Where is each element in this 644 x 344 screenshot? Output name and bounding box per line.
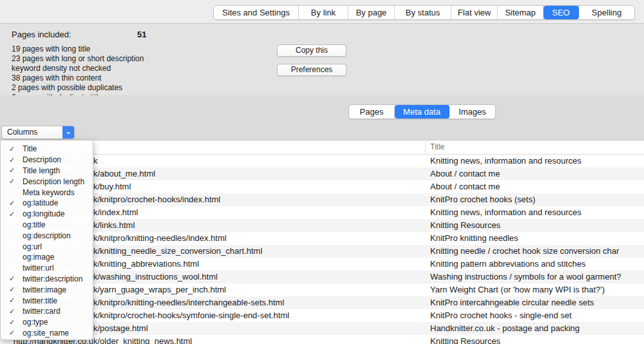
title-column-header[interactable]: Title [430,140,444,154]
columns-menu-item-label: twitter:title [23,296,57,305]
url-visible-part: k/buy.html [93,182,131,191]
title-cell: KnitPro intercahngeable circular needle … [430,296,644,309]
columns-menu-item[interactable]: ✓ og:latitude [1,198,93,209]
data-view-segment[interactable]: Images [450,105,495,119]
seo-summary-line: keyword density not checked [12,64,144,73]
columns-menu-item[interactable]: ✓ og:url [1,241,93,252]
table-rows: http://handknitter.co.uk Knitting news, … [0,155,644,344]
table-header-row: Title [0,140,644,155]
table-row[interactable]: http://handknitter.co.uk/knitting_abbrev… [0,258,644,271]
view-tab[interactable]: By link [299,6,348,19]
url-visible-part: k/index.html [93,207,138,217]
columns-popup-button[interactable]: Columns ⌄ [1,126,75,139]
url-visible-part: k/knitpro/crochet-hooks/symfonie-single-… [93,311,289,320]
columns-menu-item[interactable]: ✓ twitter:card [1,306,93,317]
table-row[interactable]: http://handknitter.co.uk/yarn_guage_wrap… [0,283,644,296]
title-cell: About / contact me [430,180,644,193]
columns-menu-item-label: og:longitude [23,209,64,218]
app-window: Sites and Settings By link By page By st… [0,0,644,344]
seo-summary-line: 23 pages with long or short description [12,54,144,64]
columns-menu-item[interactable]: ✓ Description [1,155,93,166]
table-row[interactable]: http://handknitter.co.uk/index.html Knit… [0,206,644,219]
table-row[interactable]: http://handknitter.co.uk/knitpro/crochet… [0,193,644,206]
columns-menu-item[interactable]: ✓ Title [1,144,93,155]
table-row[interactable]: http://handknitter.co.uk/washing_instruc… [0,271,644,283]
table-row[interactable]: http://handknitter.co.uk/postage.html Ha… [0,322,644,335]
copy-this-button[interactable]: Copy this [277,44,346,57]
view-tab[interactable]: SEO [544,6,579,19]
view-tab[interactable]: Sites and Settings [214,6,299,19]
title-cell: Knitting Resources [430,335,644,344]
table-row[interactable]: http://handknitter.co.uk/knitpro/knittin… [0,296,644,309]
url-visible-part: k/older_knitting_news.html [93,336,192,344]
columns-menu-item-label: Description [23,155,61,164]
columns-menu-item[interactable]: ✓ og:site_name [1,328,93,339]
columns-menu-item-label: twitter:url [23,263,54,272]
preferences-button[interactable]: Preferences [277,64,346,76]
url-visible-part: k/about_me.html [93,169,155,178]
columns-menu-item-label: og:type [23,318,48,327]
seo-summary-line: 19 pages with long title [12,44,144,54]
columns-menu-item[interactable]: ✓ twitter:description [1,274,93,285]
checkmark-icon: ✓ [9,329,19,337]
columns-menu-item-label: og:url [23,242,42,251]
pages-included-label: Pages included: [12,30,71,39]
columns-menu-item[interactable]: ✓ twitter:title [1,295,93,306]
columns-dropdown-menu: ✓ Title ✓ Description ✓ Title length ✓ D… [0,140,93,340]
columns-menu-item-label: og:title [23,220,45,229]
url-visible-part: k/knitting_needle_size_conversion_chart.… [93,246,262,256]
title-cell: KnitPro crochet hooks - single-end set [430,309,644,322]
table-row[interactable]: http://handknitter.co.uk/knitpro/crochet… [0,309,644,322]
seo-summary-lines: 19 pages with long title 23 pages with l… [12,44,144,102]
checkmark-icon: ✓ [9,166,19,175]
columns-menu-item-label: Description length [23,177,84,186]
columns-menu-item[interactable]: ✓ og:image [1,252,93,263]
seo-summary-line: 2 pages with possible duplicates [12,83,144,93]
columns-menu-item[interactable]: ✓ og:description [1,230,93,241]
data-view-segment[interactable]: Pages [349,105,395,119]
title-cell: Handknitter.co.uk - postage and packing [430,322,644,335]
checkmark-icon: ✓ [9,145,19,153]
meta-data-table: Title http://handknitter.co.uk Knitting … [0,140,644,344]
table-row[interactable]: http://handknitter.co.uk/about_me.html A… [0,167,644,180]
column-divider [425,141,426,154]
checkmark-icon: ✓ [9,199,19,207]
table-row[interactable]: http://handknitter.co.uk/older_knitting_… [0,335,644,344]
columns-menu-item[interactable]: ✓ Description length [1,176,93,187]
view-tab[interactable]: Sitemap [498,6,544,19]
columns-menu-item[interactable]: ✓ Title length [1,166,93,177]
columns-menu-item[interactable]: ✓ og:title [1,220,93,231]
columns-menu-item-label: twitter:image [23,285,66,294]
table-row[interactable]: http://handknitter.co.uk/knitting_needle… [0,245,644,258]
checkmark-icon: ✓ [9,210,19,218]
columns-menu-item-label: Title length [23,166,60,175]
columns-menu-item[interactable]: ✓ og:type [1,317,93,328]
url-visible-part: k [93,156,98,166]
columns-menu-item-label: twitter:card [23,307,61,316]
title-cell: About / contact me [430,167,644,180]
view-tab[interactable]: By status [395,6,451,19]
toolbar: Sites and Settings By link By page By st… [0,0,644,24]
columns-menu-item[interactable]: ✓ twitter:url [1,263,93,274]
chevron-down-icon: ⌄ [65,128,71,135]
table-row[interactable]: http://handknitter.co.uk/buy.html About … [0,180,644,193]
columns-popup-label: Columns [2,126,62,139]
columns-menu-item-label: og:image [23,253,54,262]
columns-menu-item-label: og:site_name [23,329,69,338]
table-row[interactable]: http://handknitter.co.uk/links.html Knit… [0,219,644,232]
url-visible-part: k/yarn_guage_wraps_per_inch.html [93,285,226,294]
checkmark-icon: ✓ [9,307,19,316]
view-tab[interactable]: Spelling [579,6,634,19]
columns-menu-item[interactable]: ✓ Meta keywords [1,187,93,198]
url-visible-part: k/knitpro/crochet-hooks/index.html [93,195,220,204]
table-row[interactable]: http://handknitter.co.uk/knitpro/knittin… [0,232,644,245]
columns-menu-item-label: og:description [23,231,71,240]
checkmark-icon: ✓ [9,177,19,186]
title-cell: Knitting Resources [430,219,644,232]
view-tab[interactable]: By page [348,6,395,19]
table-row[interactable]: http://handknitter.co.uk Knitting news, … [0,155,644,167]
columns-menu-item[interactable]: ✓ twitter:image [1,284,93,295]
view-tab[interactable]: Flat view [451,6,498,19]
data-view-segment[interactable]: Meta data [395,105,450,119]
columns-menu-item[interactable]: ✓ og:longitude [1,209,93,220]
